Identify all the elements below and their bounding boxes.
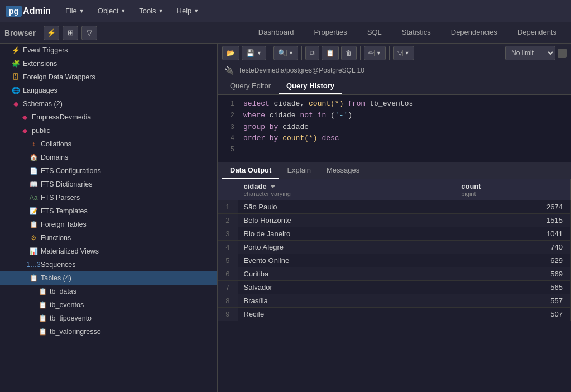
table-row[interactable]: 3Rio de Janeiro1041 [218,227,571,241]
col-header-cidade[interactable]: cidade character varying [238,179,455,200]
tab-sql[interactable]: SQL [357,23,392,42]
divider2 [301,46,302,60]
tab-explain[interactable]: Explain [279,162,319,179]
query-editor[interactable]: 1select cidade, count(*) from tb_eventos… [218,95,571,162]
row-number: 5 [218,254,238,267]
tab-data-output[interactable]: Data Output [222,162,279,179]
save-button[interactable]: 💾 ▼ [242,46,266,60]
no-limit-select[interactable]: No limit 10 rows 100 rows 1000 rows [505,46,555,60]
editor-line: 3 group by cidade [218,122,571,133]
sort-icon [271,185,275,188]
tree-item[interactable]: 📊Materialized Views [0,245,217,258]
tab-messages[interactable]: Messages [319,162,367,179]
data-table-wrapper[interactable]: cidade character varying count bigint 1S… [218,179,571,392]
tree-item-icon: 🧩 [11,59,20,68]
sidebar: ⚡Event Triggers🧩Extensions🗄Foreign Data … [0,44,218,392]
cell-cidade: Rio de Janeiro [238,227,455,241]
menu-help[interactable]: Help ▼ [171,4,205,17]
filter-dropdown-icon[interactable]: ▼ [402,50,410,56]
row-number: 2 [218,214,238,227]
menu-file[interactable]: File ▼ [60,4,90,17]
divider4 [389,46,390,60]
open-file-button[interactable]: 📂 [222,46,239,60]
tree-item[interactable]: 1…3Sequences [0,258,217,271]
right-panel: 📂 💾 ▼ 🔍 ▼ ⧉ 📋 🗑 ✏ ▼ ▽ ▼ [218,44,571,392]
tree-item-icon: ↕ [29,140,38,149]
tree-item[interactable]: ⚙Functions [0,231,217,245]
cell-cidade: Porto Alegre [238,241,455,254]
tree-item[interactable]: 📄FTS Configurations [0,164,217,178]
delete-button[interactable]: 🗑 [341,46,357,60]
stop-button[interactable] [558,49,567,58]
tree-item[interactable]: 📋tb_valoringresso [0,325,217,338]
tree-item[interactable]: 📋tb_datas [0,285,217,298]
cell-cidade: Curitiba [238,267,455,281]
table-row[interactable]: 5Evento Online629 [218,254,571,267]
save-dropdown-icon[interactable]: ▼ [255,50,262,56]
paste-button[interactable]: 📋 [322,46,339,60]
col-header-count[interactable]: count bigint [455,179,571,200]
tree-item[interactable]: 📝FTS Templates [0,204,217,218]
tree-item[interactable]: 📋tb_tipoevento [0,312,217,325]
menu-tools[interactable]: Tools ▼ [133,4,169,17]
tree-item-icon: 🏠 [29,153,38,162]
tree-item[interactable]: 🏠Domains [0,151,217,164]
tree-item[interactable]: 📖FTS Dictionaries [0,178,217,191]
tree-item-label: Domains [41,154,68,161]
cell-cidade: Recife [238,308,455,321]
tree-item[interactable]: 🗄Foreign Data Wrappers [0,70,217,84]
divider3 [360,46,361,60]
line-number: 5 [223,145,234,155]
tab-query-editor[interactable]: Query Editor [222,78,279,94]
cell-count: 629 [455,254,571,267]
tree-item[interactable]: 🌐Languages [0,84,217,97]
tree-item[interactable]: 📋Tables (4) [0,271,217,285]
cell-cidade: Salvador [238,281,455,294]
find-button[interactable]: 🔍 ▼ [273,46,298,60]
tree-item-label: Schemas (2) [23,100,63,108]
find-dropdown-icon[interactable]: ▼ [286,50,294,56]
cell-count: 1041 [455,227,571,241]
edit-button[interactable]: ✏ ▼ [364,46,386,60]
filter-button[interactable]: ▽ [81,26,97,40]
line-code: where cidade not in ('-') [243,110,352,122]
table-row[interactable]: 9Recife507 [218,308,571,321]
tab-dashboard[interactable]: Dashboard [248,23,304,42]
table-row[interactable]: 7Salvador565 [218,281,571,294]
table-row[interactable]: 8Brasília557 [218,294,571,308]
data-output-tabs: Data Output Explain Messages [218,162,571,179]
tab-query-history[interactable]: Query History [279,78,342,94]
table-row[interactable]: 4Porto Alegre740 [218,241,571,254]
tree-item[interactable]: ◆public [0,124,217,137]
tree-item[interactable]: 📋tb_eventos [0,298,217,312]
tree-item[interactable]: ⚡Event Triggers [0,44,217,57]
cell-cidade: Brasília [238,294,455,308]
tree-item[interactable]: ↕Collations [0,137,217,151]
tree-item[interactable]: AaFTS Parsers [0,191,217,204]
tab-properties[interactable]: Properties [304,23,357,42]
table-row[interactable]: 2Belo Horizonte1515 [218,214,571,227]
tree-item[interactable]: 📋Foreign Tables [0,218,217,231]
tree-item-label: Extensions [23,60,57,68]
connection-text: TesteDevmedia/postgres@PostgreSQL 10 [238,66,364,74]
browser-bar: Browser ⚡ ⊞ ▽ Dashboard Properties SQL S… [0,22,571,44]
tree-item[interactable]: ◆EmpresaDevmedia [0,111,217,124]
tab-dependencies[interactable]: Dependencies [441,23,507,42]
tree-item[interactable]: ◆Schemas (2) [0,97,217,111]
tree-item-icon: 📋 [29,220,38,229]
tree-item-label: tb_tipoevento [50,314,92,322]
tab-dependents[interactable]: Dependents [507,23,567,42]
tab-statistics[interactable]: Statistics [392,23,441,42]
filter-toolbar-button[interactable]: ▽ ▼ [393,46,414,60]
menu-object[interactable]: Object ▼ [92,4,132,17]
chevron-down-icon: ▼ [159,8,164,14]
query-toolbar: 📂 💾 ▼ 🔍 ▼ ⧉ 📋 🗑 ✏ ▼ ▽ ▼ [218,44,571,63]
tree-item[interactable]: 🧩Extensions [0,57,217,70]
table-row[interactable]: 1São Paulo2674 [218,200,571,214]
lightning-button[interactable]: ⚡ [44,26,59,40]
edit-dropdown-icon[interactable]: ▼ [374,50,381,56]
copy-button[interactable]: ⧉ [305,46,319,60]
tree-item-icon: 📋 [38,287,47,296]
table-row[interactable]: 6Curitiba569 [218,267,571,281]
grid-button[interactable]: ⊞ [63,26,78,40]
